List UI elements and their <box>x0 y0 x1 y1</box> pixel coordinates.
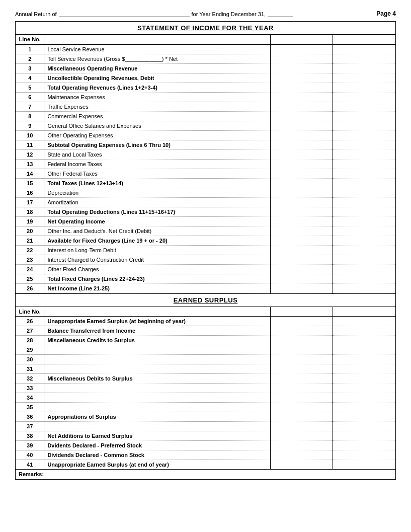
row-label <box>44 384 271 393</box>
value-col1 <box>271 460 333 470</box>
value-col2 <box>333 403 395 412</box>
table-row: 38Net Additions to Earned Surplus <box>16 431 395 441</box>
page-number: Page 4 <box>376 10 396 17</box>
value-col2 <box>333 188 395 197</box>
value-col1 <box>271 274 333 283</box>
remarks: Remarks: <box>16 470 395 479</box>
value-col1 <box>271 264 333 274</box>
value-col1 <box>271 178 333 188</box>
value-col1 <box>271 44 333 54</box>
line-number: 9 <box>16 121 44 130</box>
row-label: Unappropriate Earned Surplus (at end of … <box>44 460 271 470</box>
row-label <box>44 393 271 403</box>
value-col1 <box>271 345 333 355</box>
value-col2 <box>333 130 395 140</box>
line-number: 38 <box>16 431 44 441</box>
value-col1 <box>271 236 333 245</box>
value-col2 <box>333 236 395 245</box>
value-col2 <box>333 197 395 207</box>
annual-return-label: Annual Return of <box>15 11 57 17</box>
table-row: 9General Office Salaries and Expenses <box>16 121 395 130</box>
line-number: 8 <box>16 111 44 121</box>
value-col2 <box>333 317 395 326</box>
line-number: 19 <box>16 216 44 226</box>
surplus-table: Line No. 26Unappropriate Earned Surplus … <box>16 307 395 479</box>
table-row: 26Unappropriate Earned Surplus (at begin… <box>16 317 395 326</box>
line-number: 2 <box>16 54 44 63</box>
row-label: Dvidents Declared - Preferred Stock <box>44 441 271 450</box>
value-col1 <box>271 317 333 326</box>
line-number: 17 <box>16 197 44 207</box>
table-row: 14Other Federal Taxes <box>16 169 395 178</box>
value-col1 <box>271 355 333 364</box>
table-row: 10Other Operating Expenses <box>16 130 395 140</box>
value-col1 <box>271 121 333 130</box>
table-row: 30 <box>16 355 395 364</box>
table-row: 22Interest on Long-Term Debit <box>16 245 395 255</box>
value-col2 <box>333 159 395 169</box>
table-row: 29 <box>16 345 395 355</box>
value-col1 <box>271 441 333 450</box>
value-col2 <box>333 255 395 264</box>
value-col2 <box>333 412 395 422</box>
table-row: 28Miscellaneous Credits to Surplus <box>16 336 395 345</box>
line-number: 3 <box>16 63 44 73</box>
line-number: 6 <box>16 92 44 102</box>
row-label: Other Federal Taxes <box>44 169 271 178</box>
value-col2 <box>333 393 395 403</box>
line-number: 37 <box>16 422 44 431</box>
value-col2 <box>333 140 395 149</box>
table-row: 1Local Service Revenue <box>16 44 395 54</box>
row-label: Total Taxes (Lines 12+13+14) <box>44 178 271 188</box>
table-row: 34 <box>16 393 395 403</box>
value-col2 <box>333 73 395 83</box>
line-number: 20 <box>16 226 44 236</box>
value-col2 <box>333 44 395 54</box>
value-col1 <box>271 130 333 140</box>
table-row: 33 <box>16 384 395 393</box>
row-label: Uncollectible Operating Revenues, Debit <box>44 73 271 83</box>
line-number: 24 <box>16 264 44 274</box>
line-number: 32 <box>16 374 44 384</box>
row-label: Interest Charged to Construction Credit <box>44 255 271 264</box>
table-row: 13Federal Income Taxes <box>16 159 395 169</box>
table-row: 37 <box>16 422 395 431</box>
row-label: Other Fixed Charges <box>44 264 271 274</box>
row-label: Federal Income Taxes <box>44 159 271 169</box>
line-number: 14 <box>16 169 44 178</box>
row-label: Amortization <box>44 197 271 207</box>
table-row: 17Amortization <box>16 197 395 207</box>
line-number: 27 <box>16 326 44 336</box>
surplus-desc-header <box>44 307 271 317</box>
value-col2 <box>333 102 395 111</box>
table-row: 18Total Operating Deductions (Lines 11+1… <box>16 207 395 216</box>
page-header: Annual Return of for Year Ending Decembe… <box>15 10 396 17</box>
value-col2 <box>333 336 395 345</box>
row-label: Total Operating Deductions (Lines 11+15+… <box>44 207 271 216</box>
income-section-title: STATEMENT OF INCOME FOR THE YEAR <box>16 22 396 35</box>
table-row: 19Net Operating Income <box>16 216 395 226</box>
row-label: State and Local Taxes <box>44 149 271 159</box>
value-col2 <box>333 92 395 102</box>
line-number: 12 <box>16 149 44 159</box>
value-col2 <box>333 283 395 293</box>
table-row: 5Total Operating Revenues (Lines 1+2+3-4… <box>16 83 395 92</box>
value-col2 <box>333 450 395 460</box>
value-col2 <box>333 441 395 450</box>
row-label: Toll Service Revenues (Gross $__________… <box>44 54 271 63</box>
table-row: 15Total Taxes (Lines 12+13+14) <box>16 178 395 188</box>
value-col1 <box>271 403 333 412</box>
row-label: Miscellaneous Operating Revenue <box>44 63 271 73</box>
value-col1 <box>271 412 333 422</box>
value-col1 <box>271 159 333 169</box>
line-number: 30 <box>16 355 44 364</box>
value-col2 <box>333 54 395 63</box>
table-row: 8Commercial Expenses <box>16 111 395 121</box>
col2-header <box>333 35 395 44</box>
row-label <box>44 345 271 355</box>
line-number: 22 <box>16 245 44 255</box>
value-col1 <box>271 326 333 336</box>
value-col1 <box>271 188 333 197</box>
table-row: 25Total Fixed Charges (Lines 22+24-23) <box>16 274 395 283</box>
surplus-line-no-header: Line No. <box>16 307 44 317</box>
